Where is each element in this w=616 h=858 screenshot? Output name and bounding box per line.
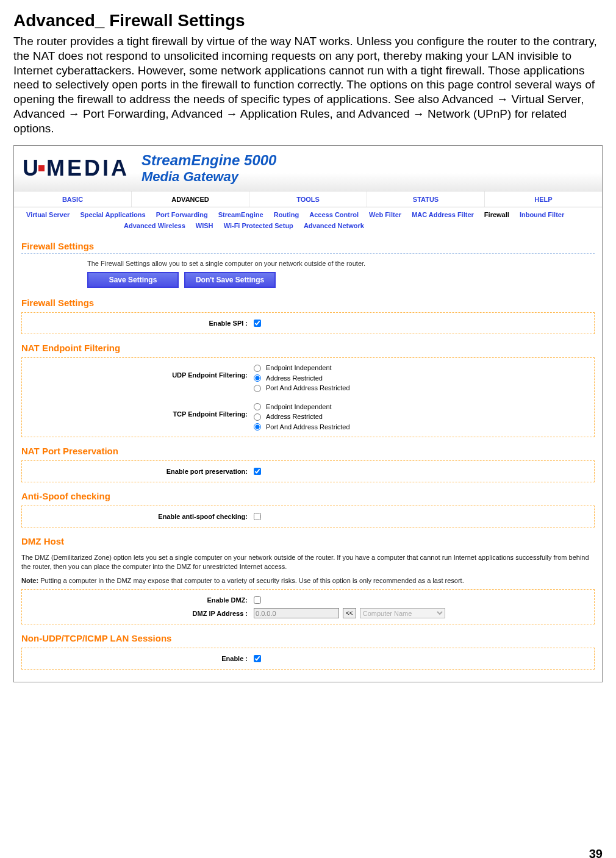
- box-antispoof: Enable anti-spoof checking:: [21, 506, 595, 527]
- checkbox-enable-dmz[interactable]: [254, 596, 261, 604]
- input-dmz-ip[interactable]: [254, 608, 339, 618]
- checkbox-enable-spi[interactable]: [254, 320, 261, 327]
- page-title: Advanced_ Firewall Settings: [13, 11, 603, 30]
- logo-letter-u: U: [23, 156, 38, 181]
- subnav-access-control[interactable]: Access Control: [309, 210, 359, 221]
- checkbox-nonudp-enable[interactable]: [254, 655, 261, 662]
- label-nonudp-enable: Enable :: [28, 655, 254, 662]
- subnav-routing[interactable]: Routing: [274, 210, 299, 221]
- section-dmz: DMZ Host: [21, 536, 602, 548]
- radio-tcp-port-address-restricted[interactable]: [254, 423, 261, 431]
- radio-udp-address-restricted[interactable]: [254, 374, 261, 382]
- section-firewall-settings: Firewall Settings: [21, 298, 602, 310]
- topnav-tools[interactable]: TOOLS: [249, 191, 367, 207]
- dmz-note-text: Putting a computer in the DMZ may expose…: [38, 577, 464, 584]
- top-nav: BASIC ADVANCED TOOLS STATUS HELP: [14, 191, 602, 207]
- firewall-intro-text: The Firewall Settings allow you to set a…: [87, 260, 595, 267]
- opt-udp-ar: Address Restricted: [266, 373, 323, 384]
- router-admin-screenshot: U MEDIA StreamEngine 5000 Media Gateway …: [13, 145, 603, 682]
- section-nat-endpoint: NAT Endpoint Filtering: [21, 343, 602, 355]
- dont-save-settings-button[interactable]: Don't Save Settings: [184, 272, 276, 288]
- opt-udp-ei: Endpoint Independent: [266, 363, 332, 373]
- subnav-special-applications[interactable]: Special Applications: [80, 210, 145, 221]
- label-antispoof: Enable anti-spoof checking:: [28, 513, 254, 520]
- radio-tcp-endpoint-independent[interactable]: [254, 403, 261, 410]
- logo-word-media: MEDIA: [46, 156, 129, 181]
- subnav-mac-filter[interactable]: MAC Address Filter: [412, 210, 474, 221]
- page-number: 39: [13, 847, 603, 858]
- save-settings-button[interactable]: Save Settings: [87, 272, 179, 288]
- select-computer-name[interactable]: Computer Name: [360, 608, 445, 618]
- section-antispoof: Anti-Spoof checking: [21, 491, 602, 503]
- box-nat-port: Enable port preservation:: [21, 460, 595, 482]
- subnav-wish[interactable]: WISH: [196, 221, 213, 232]
- section-nat-port: NAT Port Preservation: [21, 446, 602, 458]
- label-enable-dmz: Enable DMZ:: [28, 596, 254, 604]
- subnav-virtual-server[interactable]: Virtual Server: [26, 210, 70, 221]
- label-port-preservation: Enable port preservation:: [28, 468, 254, 475]
- product-line1: StreamEngine 5000: [141, 152, 276, 169]
- subnav-advanced-wireless[interactable]: Advanced Wireless: [124, 221, 185, 232]
- opt-tcp-par: Port And Address Restricted: [266, 422, 350, 432]
- logo-dot-icon: [38, 165, 45, 171]
- subnav-inbound-filter[interactable]: Inbound Filter: [520, 210, 564, 221]
- opt-tcp-ar: Address Restricted: [266, 412, 323, 422]
- box-nat-endpoint: UDP Endpoint Filtering: Endpoint Indepen…: [21, 357, 595, 437]
- opt-tcp-ei: Endpoint Independent: [266, 402, 332, 412]
- sub-nav: Virtual Server Special Applications Port…: [14, 207, 602, 232]
- label-enable-spi: Enable SPI :: [28, 320, 254, 327]
- radio-udp-port-address-restricted[interactable]: [254, 385, 261, 392]
- intro-paragraph: The router provides a tight firewall by …: [13, 34, 603, 135]
- checkbox-antispoof[interactable]: [254, 513, 261, 520]
- label-udp-filtering: UDP Endpoint Filtering:: [28, 363, 254, 393]
- subnav-web-filter[interactable]: Web Filter: [369, 210, 401, 221]
- box-nonudp: Enable :: [21, 648, 595, 670]
- topnav-help[interactable]: HELP: [485, 191, 602, 207]
- topnav-basic[interactable]: BASIC: [14, 191, 132, 207]
- label-dmz-ip: DMZ IP Address :: [28, 610, 254, 617]
- dmz-note: Note: Putting a computer in the DMZ may …: [21, 576, 595, 585]
- box-enable-spi: Enable SPI :: [21, 312, 595, 334]
- subnav-port-forwarding[interactable]: Port Forwarding: [156, 210, 208, 221]
- radio-udp-endpoint-independent[interactable]: [254, 365, 261, 372]
- subnav-advanced-network[interactable]: Advanced Network: [304, 221, 364, 232]
- subnav-wifi-protected-setup[interactable]: Wi-Fi Protected Setup: [224, 221, 293, 232]
- section-nonudp: Non-UDP/TCP/ICMP LAN Sessions: [21, 633, 602, 645]
- checkbox-port-preservation[interactable]: [254, 468, 261, 475]
- box-dmz: Enable DMZ: DMZ IP Address : << Computer…: [21, 589, 595, 624]
- topnav-status[interactable]: STATUS: [367, 191, 485, 207]
- section-firewall-settings-top: Firewall Settings: [21, 241, 595, 254]
- opt-udp-par: Port And Address Restricted: [266, 383, 350, 393]
- subnav-streamengine[interactable]: StreamEngine: [218, 210, 263, 221]
- router-header: U MEDIA StreamEngine 5000 Media Gateway: [14, 146, 602, 191]
- dmz-description: The DMZ (Demilitarized Zone) option lets…: [21, 553, 595, 571]
- button-row: Save Settings Don't Save Settings: [87, 272, 595, 288]
- product-name: StreamEngine 5000 Media Gateway: [141, 152, 276, 185]
- copy-ip-button[interactable]: <<: [343, 608, 356, 618]
- topnav-advanced[interactable]: ADVANCED: [132, 191, 249, 207]
- dmz-note-label: Note:: [21, 577, 38, 584]
- radio-tcp-address-restricted[interactable]: [254, 413, 261, 421]
- umedia-logo: U MEDIA: [23, 156, 129, 181]
- subnav-firewall[interactable]: Firewall: [484, 210, 509, 221]
- label-tcp-filtering: TCP Endpoint Filtering:: [28, 402, 254, 432]
- product-line2: Media Gateway: [141, 169, 276, 185]
